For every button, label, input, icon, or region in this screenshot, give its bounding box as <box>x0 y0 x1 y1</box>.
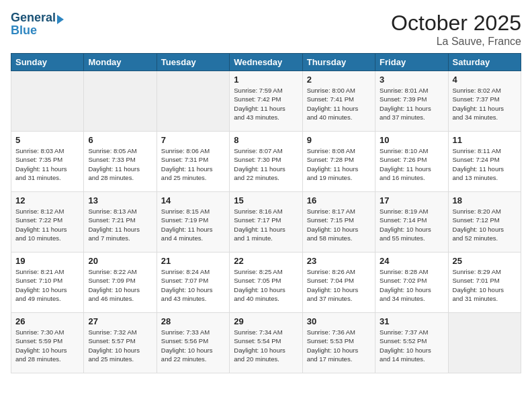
day-cell: 16Sunrise: 8:17 AM Sunset: 7:15 PM Dayli… <box>302 192 375 253</box>
day-number: 8 <box>234 135 298 145</box>
day-number: 7 <box>161 135 225 145</box>
day-number: 20 <box>88 256 152 266</box>
day-cell: 5Sunrise: 8:03 AM Sunset: 7:35 PM Daylig… <box>11 132 84 192</box>
day-cell: 25Sunrise: 8:29 AM Sunset: 7:01 PM Dayli… <box>448 253 521 313</box>
day-number: 23 <box>307 256 371 266</box>
day-cell: 8Sunrise: 8:07 AM Sunset: 7:30 PM Daylig… <box>230 132 302 192</box>
day-info: Sunrise: 8:05 AM Sunset: 7:33 PM Dayligh… <box>88 146 152 182</box>
day-cell <box>157 71 229 132</box>
day-info: Sunrise: 7:30 AM Sunset: 5:59 PM Dayligh… <box>15 328 79 363</box>
title-block: October 2025 La Sauve, France <box>391 11 521 48</box>
day-info: Sunrise: 8:21 AM Sunset: 7:10 PM Dayligh… <box>15 267 79 303</box>
logo-arrow-icon <box>57 15 64 24</box>
day-cell: 28Sunrise: 7:33 AM Sunset: 5:56 PM Dayli… <box>157 313 229 373</box>
weekday-header-saturday: Saturday <box>448 54 521 71</box>
day-cell: 4Sunrise: 8:02 AM Sunset: 7:37 PM Daylig… <box>448 71 521 132</box>
day-info: Sunrise: 8:13 AM Sunset: 7:21 PM Dayligh… <box>88 207 152 242</box>
day-number: 19 <box>15 256 79 266</box>
calendar-table: SundayMondayTuesdayWednesdayThursdayFrid… <box>11 53 521 373</box>
day-info: Sunrise: 8:24 AM Sunset: 7:07 PM Dayligh… <box>161 267 225 303</box>
day-cell: 15Sunrise: 8:16 AM Sunset: 7:17 PM Dayli… <box>230 192 302 253</box>
day-cell: 21Sunrise: 8:24 AM Sunset: 7:07 PM Dayli… <box>157 253 229 313</box>
day-cell: 23Sunrise: 8:26 AM Sunset: 7:04 PM Dayli… <box>302 253 375 313</box>
weekday-header-row: SundayMondayTuesdayWednesdayThursdayFrid… <box>11 54 521 71</box>
day-cell: 19Sunrise: 8:21 AM Sunset: 7:10 PM Dayli… <box>11 253 84 313</box>
logo-blue: Blue <box>11 24 64 38</box>
weekday-header-monday: Monday <box>84 54 157 71</box>
day-info: Sunrise: 8:15 AM Sunset: 7:19 PM Dayligh… <box>161 207 225 242</box>
day-cell: 2Sunrise: 8:00 AM Sunset: 7:41 PM Daylig… <box>302 71 375 132</box>
day-info: Sunrise: 8:10 AM Sunset: 7:26 PM Dayligh… <box>380 146 443 182</box>
day-number: 14 <box>161 195 225 205</box>
day-cell: 3Sunrise: 8:01 AM Sunset: 7:39 PM Daylig… <box>375 71 448 132</box>
day-cell: 14Sunrise: 8:15 AM Sunset: 7:19 PM Dayli… <box>157 192 229 253</box>
day-info: Sunrise: 8:22 AM Sunset: 7:09 PM Dayligh… <box>88 267 152 303</box>
day-number: 9 <box>307 135 371 145</box>
day-cell: 9Sunrise: 8:08 AM Sunset: 7:28 PM Daylig… <box>302 132 375 192</box>
day-info: Sunrise: 8:20 AM Sunset: 7:12 PM Dayligh… <box>453 207 517 242</box>
day-number: 27 <box>88 316 152 326</box>
week-row-4: 19Sunrise: 8:21 AM Sunset: 7:10 PM Dayli… <box>11 253 521 313</box>
day-info: Sunrise: 8:26 AM Sunset: 7:04 PM Dayligh… <box>307 267 371 303</box>
day-number: 31 <box>380 316 443 326</box>
weekday-header-tuesday: Tuesday <box>157 54 229 71</box>
day-cell: 26Sunrise: 7:30 AM Sunset: 5:59 PM Dayli… <box>11 313 84 373</box>
day-cell: 27Sunrise: 7:32 AM Sunset: 5:57 PM Dayli… <box>84 313 157 373</box>
day-cell: 1Sunrise: 7:59 AM Sunset: 7:42 PM Daylig… <box>230 71 302 132</box>
logo: General Blue <box>11 11 64 38</box>
week-row-5: 26Sunrise: 7:30 AM Sunset: 5:59 PM Dayli… <box>11 313 521 373</box>
day-info: Sunrise: 7:33 AM Sunset: 5:56 PM Dayligh… <box>161 328 225 363</box>
day-number: 28 <box>161 316 225 326</box>
day-cell: 17Sunrise: 8:19 AM Sunset: 7:14 PM Dayli… <box>375 192 448 253</box>
day-cell: 7Sunrise: 8:06 AM Sunset: 7:31 PM Daylig… <box>157 132 229 192</box>
day-info: Sunrise: 8:28 AM Sunset: 7:02 PM Dayligh… <box>380 267 443 303</box>
day-number: 1 <box>234 75 298 85</box>
day-info: Sunrise: 8:02 AM Sunset: 7:37 PM Dayligh… <box>453 86 517 122</box>
day-cell: 20Sunrise: 8:22 AM Sunset: 7:09 PM Dayli… <box>84 253 157 313</box>
day-number: 30 <box>307 316 371 326</box>
day-info: Sunrise: 8:01 AM Sunset: 7:39 PM Dayligh… <box>380 86 443 122</box>
day-cell: 29Sunrise: 7:34 AM Sunset: 5:54 PM Dayli… <box>230 313 302 373</box>
day-number: 29 <box>234 316 298 326</box>
day-cell: 30Sunrise: 7:36 AM Sunset: 5:53 PM Dayli… <box>302 313 375 373</box>
day-cell: 11Sunrise: 8:11 AM Sunset: 7:24 PM Dayli… <box>448 132 521 192</box>
day-info: Sunrise: 7:37 AM Sunset: 5:52 PM Dayligh… <box>380 328 443 363</box>
day-info: Sunrise: 8:25 AM Sunset: 7:05 PM Dayligh… <box>234 267 298 303</box>
day-info: Sunrise: 8:03 AM Sunset: 7:35 PM Dayligh… <box>15 146 79 182</box>
day-number: 18 <box>453 195 517 205</box>
day-number: 2 <box>307 75 371 85</box>
day-info: Sunrise: 7:59 AM Sunset: 7:42 PM Dayligh… <box>234 86 298 122</box>
day-info: Sunrise: 7:34 AM Sunset: 5:54 PM Dayligh… <box>234 328 298 363</box>
day-number: 15 <box>234 195 298 205</box>
page-header: General Blue October 2025 La Sauve, Fran… <box>11 11 521 48</box>
weekday-header-wednesday: Wednesday <box>230 54 302 71</box>
day-number: 10 <box>380 135 443 145</box>
day-number: 11 <box>453 135 517 145</box>
day-number: 6 <box>88 135 152 145</box>
day-cell: 13Sunrise: 8:13 AM Sunset: 7:21 PM Dayli… <box>84 192 157 253</box>
day-number: 21 <box>161 256 225 266</box>
logo-text: General <box>11 11 56 25</box>
weekday-header-sunday: Sunday <box>11 54 84 71</box>
weekday-header-thursday: Thursday <box>302 54 375 71</box>
day-number: 22 <box>234 256 298 266</box>
day-info: Sunrise: 8:17 AM Sunset: 7:15 PM Dayligh… <box>307 207 371 242</box>
day-info: Sunrise: 8:00 AM Sunset: 7:41 PM Dayligh… <box>307 86 371 122</box>
day-info: Sunrise: 8:12 AM Sunset: 7:22 PM Dayligh… <box>15 207 79 242</box>
day-number: 4 <box>453 75 517 85</box>
day-info: Sunrise: 8:29 AM Sunset: 7:01 PM Dayligh… <box>453 267 517 303</box>
location-label: La Sauve, France <box>391 36 521 48</box>
day-cell <box>11 71 84 132</box>
day-info: Sunrise: 8:08 AM Sunset: 7:28 PM Dayligh… <box>307 146 371 182</box>
week-row-3: 12Sunrise: 8:12 AM Sunset: 7:22 PM Dayli… <box>11 192 521 253</box>
day-number: 3 <box>380 75 443 85</box>
day-cell <box>84 71 157 132</box>
day-info: Sunrise: 8:06 AM Sunset: 7:31 PM Dayligh… <box>161 146 225 182</box>
month-title: October 2025 <box>391 11 521 36</box>
day-number: 24 <box>380 256 443 266</box>
day-cell: 31Sunrise: 7:37 AM Sunset: 5:52 PM Dayli… <box>375 313 448 373</box>
day-cell: 12Sunrise: 8:12 AM Sunset: 7:22 PM Dayli… <box>11 192 84 253</box>
day-cell: 22Sunrise: 8:25 AM Sunset: 7:05 PM Dayli… <box>230 253 302 313</box>
day-cell: 24Sunrise: 8:28 AM Sunset: 7:02 PM Dayli… <box>375 253 448 313</box>
day-number: 5 <box>15 135 79 145</box>
